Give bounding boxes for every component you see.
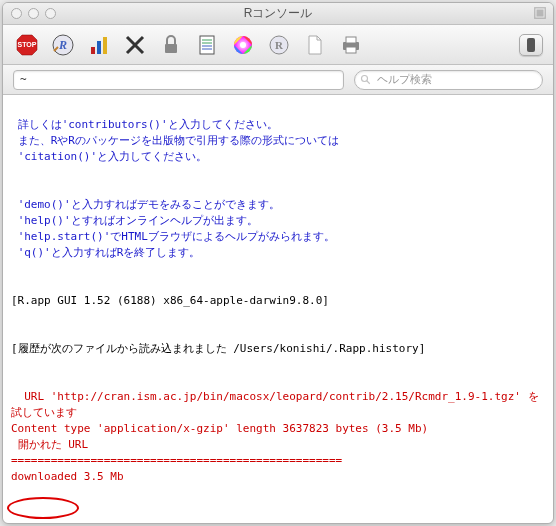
svg-rect-1 [537,10,544,17]
console-line: 詳しくは'contributors()'と入力してください。 [11,118,278,131]
svg-line-23 [367,80,370,83]
svg-text:R: R [58,38,67,52]
window-title: Rコンソール [3,5,553,22]
open-r-button[interactable]: R [265,31,293,59]
app-window: Rコンソール STOP R R [2,2,554,524]
console-line: [履歴が次のファイルから読み込まれました /Users/konishi/.Rap… [11,342,425,355]
console-line: 'help.start()'でHTMLブラウザによるヘルプがみられます。 [11,230,335,243]
stop-button[interactable]: STOP [13,31,41,59]
proxy-icon[interactable] [533,6,547,22]
svg-text:STOP: STOP [18,41,37,48]
svg-rect-6 [91,47,95,54]
new-doc-button[interactable] [301,31,329,59]
barchart-button[interactable] [85,31,113,59]
console-line: 'demo()'と入力すればデモをみることができます。 [11,198,280,211]
console-line: downloaded 3.5 Mb [11,470,124,483]
toolbar: STOP R R [3,25,553,65]
svg-rect-21 [346,47,356,53]
svg-rect-9 [165,44,177,53]
svg-rect-8 [103,37,107,54]
command-value: ~ [20,73,27,86]
console-line: [R.app GUI 1.52 (6188) x86_64-apple-darw… [11,294,329,307]
toolbar-toggle[interactable] [519,34,543,56]
console-line: URL 'http://cran.ism.ac.jp/bin/macosx/le… [11,390,539,419]
search-row: ~ ヘルプ検索 [3,65,553,95]
console-line: 'citation()'と入力してください。 [11,150,207,163]
search-placeholder: ヘルプ検索 [377,72,432,87]
svg-rect-20 [346,37,356,43]
titlebar[interactable]: Rコンソール [3,3,553,25]
svg-rect-7 [97,41,101,54]
quartz-button[interactable] [121,31,149,59]
console-line: また、RやRのパッケージを出版物で引用する際の形式については [11,134,339,147]
search-icon [360,74,372,86]
script-button[interactable] [193,31,221,59]
console-line: ========================================… [11,454,342,467]
svg-rect-10 [200,36,214,54]
annotation-oval [7,497,79,519]
source-button[interactable]: R [49,31,77,59]
color-button[interactable] [229,31,257,59]
console-line: 開かれた URL [11,438,88,451]
print-button[interactable] [337,31,365,59]
help-search[interactable]: ヘルプ検索 [354,70,543,90]
svg-point-16 [240,42,246,48]
console-line: 'help()'とすればオンラインヘルプが出ます。 [11,214,258,227]
console-line: Content type 'application/x-gzip' length… [11,422,428,435]
console-output[interactable]: 詳しくは'contributors()'と入力してください。 また、RやRのパッ… [3,95,553,523]
command-input[interactable]: ~ [13,70,344,90]
console-line: 'q()'と入力すればRを終了します。 [11,246,200,259]
lock-button[interactable] [157,31,185,59]
svg-point-22 [362,75,368,81]
svg-text:R: R [275,39,284,51]
